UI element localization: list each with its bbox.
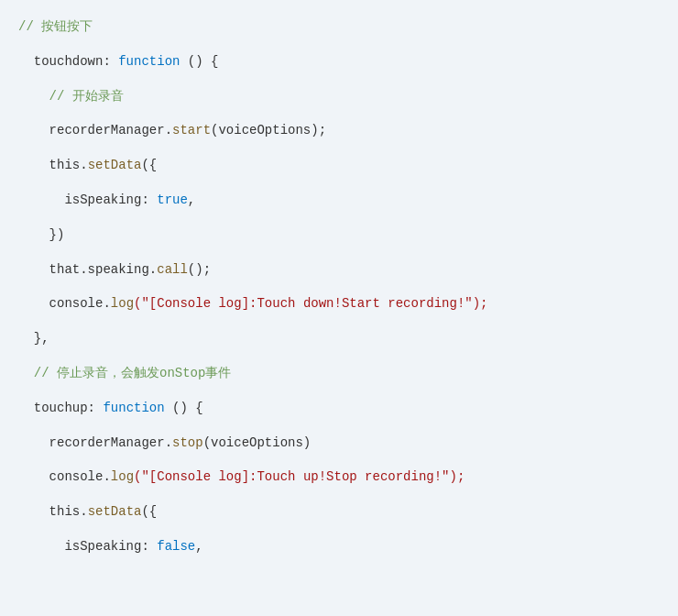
code-line (0, 422, 678, 431)
code-token: () { (165, 398, 203, 420)
code-line: // 停止录音，会触发onStop事件 (0, 361, 678, 387)
code-line: }, (0, 326, 678, 352)
code-token: console. (18, 293, 111, 315)
code-token: (voiceOptions); (211, 120, 326, 142)
code-token: console. (18, 467, 111, 489)
code-line (0, 490, 678, 500)
code-container: // 按钮按下 touchdown: function () { // 开始录音… (0, 0, 678, 616)
code-line: that.speaking.call(); (0, 258, 678, 283)
code-line (0, 317, 678, 326)
code-line (0, 144, 678, 153)
code-line: recorderManager.stop(voiceOptions) (0, 431, 678, 456)
code-token: true (157, 190, 188, 212)
code-line: this.setData({ (0, 500, 678, 525)
code-line (0, 75, 678, 84)
code-token: touchup: (18, 398, 103, 420)
code-line (0, 179, 678, 188)
code-token: (voiceOptions) (203, 433, 312, 455)
code-line (0, 248, 678, 258)
code-line: // 按钮按下 (0, 15, 678, 40)
code-token: }, (18, 328, 49, 350)
code-line (0, 525, 678, 534)
code-line (0, 456, 678, 465)
code-token: this. (18, 501, 88, 523)
code-line: isSpeaking: false, (0, 534, 678, 560)
code-token: recorderManager. (18, 120, 172, 142)
code-token: ("[Console log]:Touch down!Start recordi… (134, 293, 487, 315)
code-line: recorderManager.start(voiceOptions); (0, 118, 678, 144)
code-line (0, 387, 678, 396)
code-token: call (157, 259, 188, 281)
code-token: ("[Console log]:Touch up!Stop recording!… (134, 467, 465, 489)
code-token: touchdown: (18, 51, 118, 73)
code-token: ({ (141, 501, 157, 523)
code-token: setData (88, 155, 142, 177)
code-token: setData (88, 501, 142, 523)
code-token: }) (18, 225, 64, 247)
code-token: () { (180, 51, 218, 73)
code-token: isSpeaking: (18, 536, 157, 558)
code-token: start (172, 120, 211, 142)
code-line (0, 282, 678, 292)
code-token: false (157, 536, 195, 558)
code-token: isSpeaking: (18, 190, 157, 212)
code-token: log (111, 293, 134, 315)
code-token: , (195, 536, 202, 558)
code-token: this. (18, 155, 88, 177)
code-line: console.log("[Console log]:Touch down!St… (0, 292, 678, 317)
code-line (0, 109, 678, 118)
code-token: // 开始录音 (18, 86, 124, 108)
code-line: this.setData({ (0, 153, 678, 179)
code-token: // 按钮按下 (18, 16, 93, 38)
code-token: // 停止录音，会触发onStop事件 (18, 363, 231, 385)
code-line (0, 40, 678, 50)
code-line: }) (0, 223, 678, 248)
code-line (0, 352, 678, 361)
code-token: function (103, 398, 164, 420)
code-token: (); (188, 259, 211, 281)
code-line: touchdown: function () { (0, 50, 678, 75)
code-token: that.speaking. (18, 259, 157, 281)
code-token: log (111, 467, 134, 489)
code-line (0, 214, 678, 223)
code-token: function (118, 51, 180, 73)
code-line: touchup: function () { (0, 396, 678, 422)
code-token: ({ (141, 155, 157, 177)
code-line: isSpeaking: true, (0, 188, 678, 214)
code-line: // 开始录音 (0, 84, 678, 110)
code-line: console.log("[Console log]:Touch up!Stop… (0, 465, 678, 490)
code-token: stop (172, 433, 203, 455)
code-token: , (188, 190, 195, 212)
code-token: recorderManager. (18, 433, 172, 455)
